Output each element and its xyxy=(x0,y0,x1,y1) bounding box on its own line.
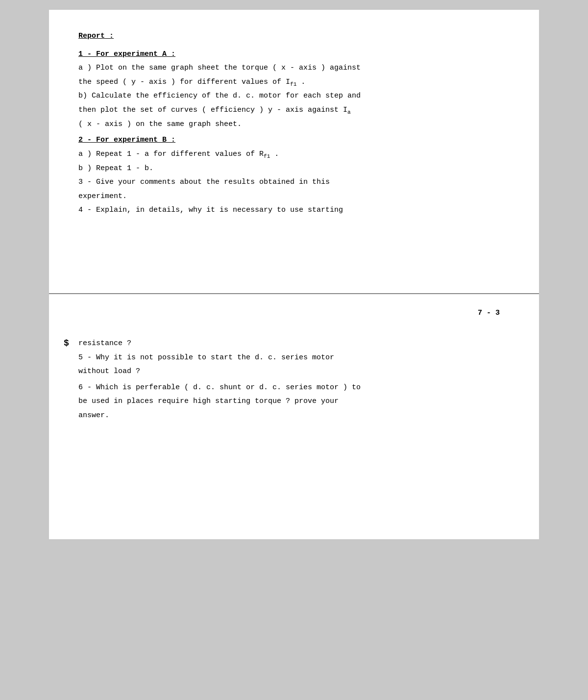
page-1-content: Report : 1 - For experiment A : a ) Plot… xyxy=(78,29,510,218)
section1-title: 1 - For experiment A : xyxy=(78,48,510,62)
section1a-line1: a ) Plot on the same graph sheet the tor… xyxy=(78,61,510,75)
section6-line1: 6 - Which is perferable ( d. c. shunt or… xyxy=(78,381,510,395)
section6-line2: be used in places require high starting … xyxy=(78,395,510,409)
section4-line: 4 - Explain, in details, why it is neces… xyxy=(78,203,510,218)
section3-line1: 3 - Give your comments about the results… xyxy=(78,175,510,190)
section2-title: 2 - For experiment B : xyxy=(78,133,510,148)
section6-line3: answer. xyxy=(78,409,510,423)
resistance-line: resistance ? xyxy=(78,337,510,351)
section5-line2: without load ? xyxy=(78,365,510,379)
page-2-content: resistance ? 5 - Why it is not possible … xyxy=(78,337,510,423)
section1b-line2: then plot the set of curves ( efficiency… xyxy=(78,103,510,118)
section1a-line2: the speed ( y - axis ) for different val… xyxy=(78,75,510,90)
section1b-line3: ( x - axis ) on the same graph sheet. xyxy=(78,118,510,132)
page-2: $ 7 - 3 resistance ? 5 - Why it is not p… xyxy=(49,294,539,539)
page-1: Report : 1 - For experiment A : a ) Plot… xyxy=(49,10,539,294)
dollar-sign: $ xyxy=(64,338,69,348)
section1b-line1: b) Calculate the efficiency of the d. c.… xyxy=(78,89,510,103)
report-title: Report : xyxy=(78,29,510,44)
page-number: 7 - 3 xyxy=(78,309,510,317)
section3-line2: experiment. xyxy=(78,190,510,204)
section2a-line: a ) Repeat 1 - a for different values of… xyxy=(78,148,510,162)
section5-line1: 5 - Why it is not possible to start the … xyxy=(78,351,510,365)
section2b-line: b ) Repeat 1 - b. xyxy=(78,162,510,176)
